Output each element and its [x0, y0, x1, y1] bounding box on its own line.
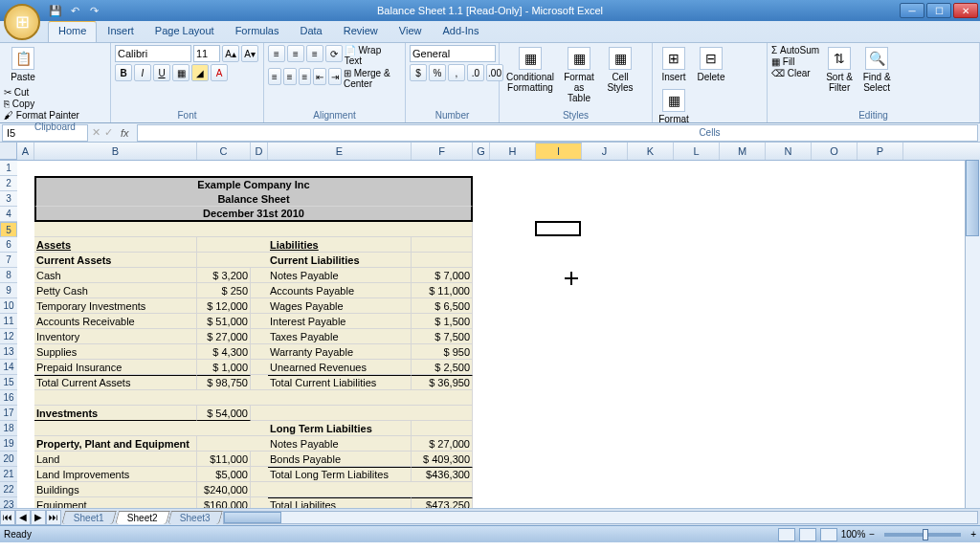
cell-E11[interactable]: Interest Payable: [268, 314, 412, 329]
comma-icon[interactable]: ,: [448, 64, 465, 81]
tab-home[interactable]: Home: [48, 21, 97, 42]
col-header-M[interactable]: M: [720, 143, 766, 160]
cell-B6[interactable]: Assets: [34, 237, 197, 253]
percent-icon[interactable]: %: [429, 64, 446, 81]
cell-E8[interactable]: Notes Payable: [268, 268, 412, 283]
row-header-6[interactable]: 6: [0, 237, 17, 253]
col-header-L[interactable]: L: [674, 143, 720, 160]
cell-E6[interactable]: Liabilities: [268, 237, 412, 253]
col-header-F[interactable]: F: [412, 143, 473, 160]
row-header-22[interactable]: 22: [0, 482, 17, 497]
cell-E15[interactable]: Total Current Liabilities: [268, 375, 412, 390]
format-painter-button[interactable]: 🖌 Format Painter: [4, 110, 79, 121]
cell-B17[interactable]: Investments: [34, 406, 197, 421]
row-header-17[interactable]: 17: [0, 406, 17, 421]
row-header-7[interactable]: 7: [0, 253, 17, 268]
cell-C14[interactable]: $ 1,000: [197, 360, 251, 375]
tab-data[interactable]: Data: [289, 21, 332, 42]
cell-C17[interactable]: $ 54,000: [197, 406, 251, 421]
sheet-last-icon[interactable]: ⏭: [46, 510, 61, 525]
inc-decimal-icon[interactable]: .0: [467, 64, 484, 81]
cell-F21[interactable]: $436,300: [412, 467, 473, 482]
page-layout-view-icon[interactable]: [799, 528, 816, 541]
cell-B7[interactable]: Current Assets: [34, 253, 197, 268]
cell-E19[interactable]: Notes Payable: [268, 436, 412, 452]
cell-F23[interactable]: $473,250: [412, 497, 473, 508]
row-header-11[interactable]: 11: [0, 314, 17, 329]
cell-F20[interactable]: $ 409,300: [412, 452, 473, 467]
cell-F8[interactable]: $ 7,000: [412, 268, 473, 283]
find-select-button[interactable]: 🔍Find & Select: [859, 45, 894, 95]
cell-B3[interactable]: Balance Sheet: [34, 191, 473, 207]
bold-button[interactable]: B: [115, 64, 132, 81]
cell-F9[interactable]: $ 11,000: [412, 283, 473, 298]
row-header-10[interactable]: 10: [0, 298, 17, 314]
col-header-A[interactable]: A: [17, 143, 34, 160]
cell-B13[interactable]: Supplies: [34, 344, 197, 360]
cell-F14[interactable]: $ 2,500: [412, 360, 473, 375]
col-header-O[interactable]: O: [812, 143, 858, 160]
cell-E20[interactable]: Bonds Payable: [268, 452, 412, 467]
currency-icon[interactable]: $: [410, 64, 427, 81]
cell-E13[interactable]: Warranty Payable: [268, 344, 412, 360]
cell-F11[interactable]: $ 1,500: [412, 314, 473, 329]
row-header-23[interactable]: 23: [0, 497, 17, 508]
row-header-8[interactable]: 8: [0, 268, 17, 283]
row-header-18[interactable]: 18: [0, 421, 17, 436]
cell-B21[interactable]: Land Improvements: [34, 467, 197, 482]
cell-C15[interactable]: $ 98,750: [197, 375, 251, 390]
orientation-icon[interactable]: ⟳: [325, 45, 343, 62]
save-icon[interactable]: 💾: [48, 3, 63, 18]
cell-E9[interactable]: Accounts Payable: [268, 283, 412, 298]
formula-input[interactable]: [137, 124, 978, 142]
cell-B16[interactable]: [34, 390, 473, 406]
office-button[interactable]: ⊞: [4, 4, 40, 40]
indent-inc-icon[interactable]: ⇥: [328, 68, 342, 85]
sort-filter-button[interactable]: ⇅Sort & Filter: [822, 45, 857, 95]
clear-button[interactable]: ⌫ Clear: [771, 68, 819, 78]
col-header-C[interactable]: C: [197, 143, 251, 160]
tab-insert[interactable]: Insert: [97, 21, 145, 42]
cell-F13[interactable]: $ 950: [412, 344, 473, 360]
row-header-16[interactable]: 16: [0, 390, 17, 406]
cell-C13[interactable]: $ 4,300: [197, 344, 251, 360]
tab-formulas[interactable]: Formulas: [225, 21, 290, 42]
indent-dec-icon[interactable]: ⇤: [313, 68, 326, 85]
copy-button[interactable]: ⎘ Copy: [4, 99, 79, 109]
tab-add-ins[interactable]: Add-Ins: [432, 21, 489, 42]
cell-B14[interactable]: Prepaid Insurance: [34, 360, 197, 375]
font-color-icon[interactable]: A: [211, 64, 228, 81]
fill-button[interactable]: ▦ Fill: [771, 56, 819, 67]
normal-view-icon[interactable]: [778, 528, 795, 541]
delete-cells-button[interactable]: ⊟Delete: [694, 45, 728, 84]
cell-C10[interactable]: $ 12,000: [197, 298, 251, 314]
row-header-1[interactable]: 1: [0, 161, 17, 176]
cell-B22[interactable]: Buildings: [34, 482, 197, 497]
sheet-prev-icon[interactable]: ◀: [15, 510, 31, 525]
shrink-font-icon[interactable]: A▾: [241, 45, 258, 62]
sheet-next-icon[interactable]: ▶: [31, 510, 46, 525]
row-header-2[interactable]: 2: [0, 176, 17, 191]
row-header-12[interactable]: 12: [0, 329, 17, 344]
cell-E18[interactable]: Long Term Liabilties: [268, 421, 412, 436]
cell-E12[interactable]: Taxes Payable: [268, 329, 412, 344]
sheet-tab-sheet1[interactable]: Sheet1: [61, 511, 116, 524]
sheet-tab-sheet2[interactable]: Sheet2: [115, 511, 169, 524]
autosum-button[interactable]: Σ AutoSum: [771, 45, 819, 55]
maximize-button[interactable]: ☐: [926, 3, 951, 18]
underline-button[interactable]: U: [153, 64, 170, 81]
font-name-select[interactable]: [115, 45, 191, 62]
cell-B9[interactable]: Petty Cash: [34, 283, 197, 298]
cell-B15[interactable]: Total Current Assets: [34, 375, 197, 390]
cell-E23[interactable]: Total Liabilites: [268, 497, 412, 508]
row-header-14[interactable]: 14: [0, 360, 17, 375]
cell-E21[interactable]: Total Long Term Liabilites: [268, 467, 412, 482]
col-header-K[interactable]: K: [628, 143, 674, 160]
align-bot-icon[interactable]: ≡: [306, 45, 323, 62]
cell-B10[interactable]: Temporary Investments: [34, 298, 197, 314]
cell-E7[interactable]: Current Liabilities: [268, 253, 412, 268]
paste-button[interactable]: 📋Paste: [4, 45, 42, 84]
close-button[interactable]: ✕: [953, 3, 978, 18]
horizontal-scrollbar[interactable]: [223, 511, 978, 524]
tab-review[interactable]: Review: [333, 21, 389, 42]
